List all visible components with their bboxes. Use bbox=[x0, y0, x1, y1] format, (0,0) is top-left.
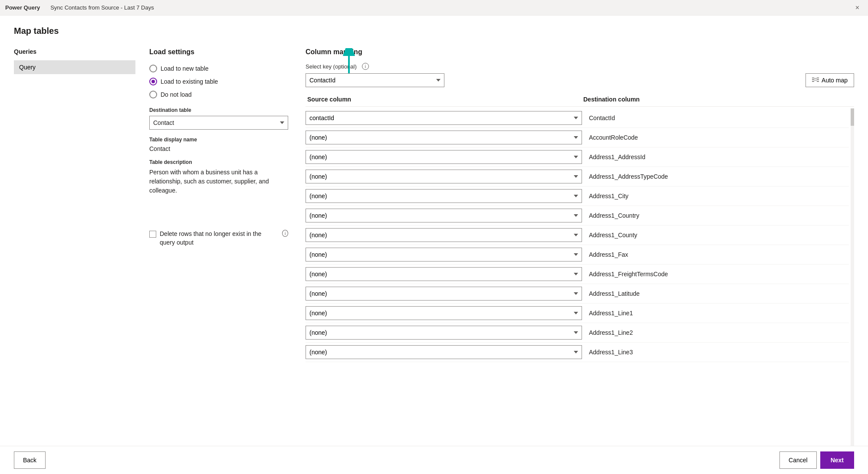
svg-rect-9 bbox=[817, 81, 819, 82]
mapping-row: (none) (none) contactId firstName lastNa… bbox=[306, 226, 849, 245]
source-select-5[interactable]: (none) (none) contactId firstName lastNa… bbox=[306, 209, 582, 222]
scroll-track[interactable] bbox=[851, 108, 854, 446]
key-select-row: Select key (optional) i bbox=[306, 63, 854, 70]
delete-rows-info-icon[interactable]: i bbox=[282, 230, 288, 237]
source-column-header: Source column bbox=[306, 96, 578, 103]
table-display-name-field: Table display name Contact bbox=[149, 137, 288, 152]
footer-left: Back bbox=[14, 451, 46, 469]
source-select-1[interactable]: (none) (none) contactId firstName lastNa… bbox=[306, 131, 582, 144]
mapping-row: (none) (none) contactId firstName lastNa… bbox=[306, 265, 849, 284]
table-display-name-value: Contact bbox=[149, 145, 288, 152]
table-description-label: Table description bbox=[149, 159, 288, 165]
page-title: Map tables bbox=[14, 26, 854, 36]
dest-col-1: AccountRoleCode bbox=[587, 134, 849, 141]
mapping-row: (none) (none) contactId firstName lastNa… bbox=[306, 167, 849, 186]
radio-circle-new bbox=[149, 65, 157, 72]
dest-col-0: ContactId bbox=[587, 114, 849, 121]
queries-panel: Queries Query bbox=[14, 48, 135, 446]
delete-rows-checkbox[interactable] bbox=[149, 231, 156, 238]
svg-rect-8 bbox=[817, 79, 819, 80]
destination-table-field: Destination table Contact Account Lead O… bbox=[149, 107, 288, 130]
column-mapping-title: Column mapping bbox=[306, 48, 854, 56]
svg-rect-4 bbox=[812, 78, 814, 78]
select-key-label: Select key (optional) bbox=[306, 63, 357, 70]
mapping-row: (none) (none) contactId firstName lastNa… bbox=[306, 245, 849, 265]
table-description-value: Person with whom a business unit has a r… bbox=[149, 168, 288, 195]
auto-map-button[interactable]: Auto map bbox=[806, 73, 854, 87]
dest-col-8: Address1_FreightTermsCode bbox=[587, 271, 849, 278]
mapping-row: (none) (none) contactId firstName lastNa… bbox=[306, 284, 849, 304]
app-name: Power Query bbox=[5, 4, 40, 11]
mapping-header: Source column Destination column bbox=[306, 92, 854, 107]
load-settings-panel: Load settings Load to new table Load to … bbox=[149, 48, 288, 446]
source-select-4[interactable]: (none) (none) contactId firstName lastNa… bbox=[306, 189, 582, 203]
dest-col-5: Address1_Country bbox=[587, 212, 849, 219]
radio-label-new: Load to new table bbox=[161, 65, 209, 72]
delete-rows-label: Delete rows that no longer exist in the … bbox=[160, 230, 277, 247]
mapping-row: (none) (none) contactId firstName lastNa… bbox=[306, 147, 849, 167]
scroll-thumb[interactable] bbox=[851, 108, 854, 126]
cancel-button[interactable]: Cancel bbox=[779, 451, 817, 469]
radio-load-new-table[interactable]: Load to new table bbox=[149, 65, 288, 72]
dest-col-4: Address1_City bbox=[587, 193, 849, 199]
table-display-name-label: Table display name bbox=[149, 137, 288, 143]
mapping-row: (none) (none) contactId firstName lastNa… bbox=[306, 186, 849, 206]
dest-col-11: Address1_Line2 bbox=[587, 329, 849, 336]
dest-col-6: Address1_County bbox=[587, 232, 849, 239]
key-select-dropdown[interactable]: ContactId bbox=[306, 73, 444, 87]
footer-right: Cancel Next bbox=[779, 451, 854, 469]
source-select-10[interactable]: (none) (none) contactId firstName lastNa… bbox=[306, 306, 582, 320]
query-item[interactable]: Query bbox=[14, 60, 135, 74]
mapping-row: contactId (none) contactId firstName las… bbox=[306, 108, 849, 128]
source-select-6[interactable]: (none) (none) contactId firstName lastNa… bbox=[306, 228, 582, 242]
destination-table-select[interactable]: Contact Account Lead Opportunity bbox=[149, 116, 288, 130]
source-select-11[interactable]: (none) (none) contactId firstName lastNa… bbox=[306, 326, 582, 340]
mapping-row: (none) (none) contactId firstName lastNa… bbox=[306, 343, 849, 362]
radio-label-existing: Load to existing table bbox=[161, 78, 218, 85]
auto-map-icon bbox=[812, 77, 819, 83]
dest-col-3: Address1_AddressTypeCode bbox=[587, 173, 849, 180]
dest-col-7: Address1_Fax bbox=[587, 251, 849, 258]
key-select-controls: ContactId bbox=[306, 73, 854, 87]
main-content: Map tables Queries Query Load settings L… bbox=[0, 16, 868, 446]
dest-col-2: Address1_AddressId bbox=[587, 154, 849, 160]
mapping-row: (none) (none) contactId firstName lastNa… bbox=[306, 304, 849, 323]
mapping-row: (none) (none) contactId firstName lastNa… bbox=[306, 128, 849, 147]
mapping-row: (none) (none) contactId firstName lastNa… bbox=[306, 323, 849, 343]
column-mapping-panel: Column mapping Select key (optional) i C… bbox=[306, 48, 854, 446]
mapping-rows-container: contactId (none) contactId firstName las… bbox=[306, 108, 849, 446]
dest-col-10: Address1_Line1 bbox=[587, 310, 849, 317]
select-key-info-icon[interactable]: i bbox=[362, 63, 369, 70]
svg-rect-7 bbox=[817, 78, 819, 78]
radio-group: Load to new table Load to existing table… bbox=[149, 65, 288, 98]
table-description-field: Table description Person with whom a bus… bbox=[149, 159, 288, 195]
back-button[interactable]: Back bbox=[14, 451, 46, 469]
source-select-8[interactable]: (none) (none) contactId firstName lastNa… bbox=[306, 267, 582, 281]
next-button[interactable]: Next bbox=[820, 451, 854, 469]
radio-load-existing-table[interactable]: Load to existing table bbox=[149, 78, 288, 85]
destination-column-header: Destination column bbox=[578, 96, 854, 103]
dest-col-9: Address1_Latitude bbox=[587, 290, 849, 297]
radio-label-none: Do not load bbox=[161, 91, 192, 98]
body-layout: Queries Query Load settings Load to new … bbox=[14, 48, 854, 446]
close-button[interactable]: × bbox=[852, 2, 863, 13]
source-select-12[interactable]: (none) (none) contactId firstName lastNa… bbox=[306, 345, 582, 359]
source-select-9[interactable]: (none) (none) contactId firstName lastNa… bbox=[306, 287, 582, 301]
load-settings-title: Load settings bbox=[149, 48, 288, 56]
tab-name: Sync Contacts from Source - Last 7 Days bbox=[50, 4, 154, 11]
radio-do-not-load[interactable]: Do not load bbox=[149, 91, 288, 98]
destination-table-label: Destination table bbox=[149, 107, 288, 113]
delete-rows-row: Delete rows that no longer exist in the … bbox=[149, 230, 288, 247]
mapping-area: contactId (none) contactId firstName las… bbox=[306, 108, 854, 446]
svg-rect-6 bbox=[812, 81, 814, 82]
key-select-area: Select key (optional) i ContactId bbox=[306, 63, 854, 87]
title-bar: Power Query Sync Contacts from Source - … bbox=[0, 0, 868, 16]
source-select-7[interactable]: (none) (none) contactId firstName lastNa… bbox=[306, 248, 582, 262]
radio-circle-none bbox=[149, 91, 157, 98]
footer: Back Cancel Next bbox=[0, 446, 868, 474]
source-select-0[interactable]: contactId (none) contactId firstName las… bbox=[306, 111, 582, 125]
queries-panel-title: Queries bbox=[14, 48, 135, 55]
source-select-2[interactable]: (none) (none) contactId firstName lastNa… bbox=[306, 150, 582, 164]
radio-circle-existing bbox=[149, 78, 157, 85]
source-select-3[interactable]: (none) (none) contactId firstName lastNa… bbox=[306, 170, 582, 183]
